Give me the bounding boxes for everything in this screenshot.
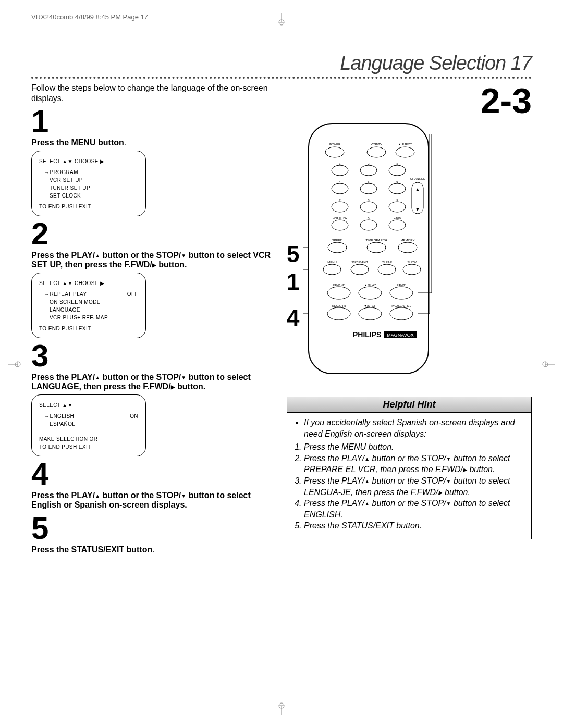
svg-point-18 xyxy=(332,183,348,194)
svg-text:MENU: MENU xyxy=(328,261,337,264)
svg-text:REWIND: REWIND xyxy=(333,283,346,287)
ref-step-range: 2-3 xyxy=(287,83,532,118)
step-number-3: 3 xyxy=(31,340,276,372)
svg-text:CLEAR: CLEAR xyxy=(382,261,393,264)
osd-screen-2: SELECT ▲▼ CHOOSE ▶ →REPEAT PLAYOFF ON SC… xyxy=(31,273,146,338)
svg-point-14 xyxy=(396,147,414,157)
right-column: 2-3 5 1 4 xyxy=(287,83,532,558)
svg-point-35 xyxy=(378,264,396,275)
osd-screen-1: SELECT ▲▼ CHOOSE ▶ →PROGRAM VCR SET UP T… xyxy=(31,151,146,216)
svg-point-13 xyxy=(367,147,386,157)
ref-num-5: 5 xyxy=(287,241,299,268)
svg-point-36 xyxy=(403,264,421,275)
svg-point-33 xyxy=(323,264,341,275)
ref-num-1: 1 xyxy=(287,268,299,296)
svg-text:STATUS/EXIT: STATUS/EXIT xyxy=(352,261,368,264)
svg-point-22 xyxy=(360,202,377,212)
step-number-2: 2 xyxy=(31,218,276,250)
svg-text:▼/STOP: ▼/STOP xyxy=(364,304,377,307)
svg-point-21 xyxy=(332,202,348,212)
divider xyxy=(31,77,532,79)
svg-text:▲ EJECT: ▲ EJECT xyxy=(398,143,412,146)
step-number-4: 4 xyxy=(31,459,276,490)
remote-illustration: ▲ ▼ xyxy=(303,118,434,381)
svg-text:REC/OTR: REC/OTR xyxy=(332,304,347,307)
svg-text:MEMORY: MEMORY xyxy=(401,239,415,242)
svg-point-38 xyxy=(359,287,382,299)
svg-text:▲/PLAY: ▲/PLAY xyxy=(364,283,376,287)
osd-screen-3: SELECT ▲▼ →ENGLISHON ESPAÑOL MAKE SELECT… xyxy=(31,394,146,456)
svg-point-15 xyxy=(332,165,348,176)
step-number-1: 1 xyxy=(31,106,276,137)
hint-body: If you accidentally select Spanish on-sc… xyxy=(287,413,531,539)
svg-text:F.FWD: F.FWD xyxy=(397,283,407,287)
svg-text:▲: ▲ xyxy=(415,187,421,192)
svg-text:CHANNEL: CHANNEL xyxy=(410,177,425,180)
svg-text:PAUSE/STILL: PAUSE/STILL xyxy=(392,304,412,307)
svg-text:+100: +100 xyxy=(394,217,401,220)
svg-text:VCR PLUS+: VCR PLUS+ xyxy=(333,217,348,220)
crop-mark-icon xyxy=(8,358,23,371)
left-column: Follow the steps below to change the lan… xyxy=(31,83,276,558)
svg-text:PHILIPS: PHILIPS xyxy=(353,330,381,339)
step-3-text: Press the PLAY/▲ button or the STOP/▼ bu… xyxy=(31,373,276,391)
crop-mark-icon xyxy=(275,13,288,28)
svg-text:TIME SEARCH: TIME SEARCH xyxy=(366,239,387,242)
svg-point-19 xyxy=(360,183,377,194)
svg-point-41 xyxy=(359,307,382,320)
svg-point-30 xyxy=(328,242,347,253)
step-4-text: Press the PLAY/▲ button or the STOP/▼ bu… xyxy=(31,491,276,510)
svg-point-26 xyxy=(389,220,406,230)
step-5-text: Press the STATUS/EXIT button. xyxy=(31,545,276,554)
svg-point-20 xyxy=(389,183,406,194)
svg-text:SPEED: SPEED xyxy=(332,239,343,242)
step-1-text: Press the MENU button. xyxy=(31,138,276,147)
intro-text: Follow the steps below to change the lan… xyxy=(31,83,276,104)
svg-text:SLOW: SLOW xyxy=(408,261,417,264)
main-columns: Follow the steps below to change the lan… xyxy=(31,83,532,558)
remote-icon: ▲ ▼ xyxy=(303,118,434,379)
svg-point-40 xyxy=(327,307,350,320)
step-number-5: 5 xyxy=(31,513,276,544)
svg-point-31 xyxy=(367,242,386,253)
crop-mark-icon xyxy=(540,358,555,371)
page-title: Language Selection 17 xyxy=(31,52,532,75)
svg-point-24 xyxy=(332,220,348,230)
svg-text:POWER: POWER xyxy=(329,143,341,146)
svg-text:VCR/TV: VCR/TV xyxy=(371,143,382,146)
svg-point-12 xyxy=(325,147,344,157)
svg-point-17 xyxy=(389,165,406,176)
step-2-text: Press the PLAY/▲ button or the STOP/▼ bu… xyxy=(31,251,276,269)
svg-point-37 xyxy=(327,287,350,299)
hint-title: Helpful Hint xyxy=(287,397,531,413)
svg-text:▼: ▼ xyxy=(415,206,421,212)
crop-mark-icon xyxy=(275,700,288,715)
svg-point-42 xyxy=(390,307,413,320)
helpful-hint-box: Helpful Hint If you accidentally select … xyxy=(287,397,532,539)
svg-point-32 xyxy=(398,242,417,253)
svg-point-39 xyxy=(390,287,413,299)
page: VRX240comb 4/8/99 8:45 PM Page 17 Langua… xyxy=(0,0,563,728)
ref-number-column: 5 1 4 xyxy=(287,118,303,381)
svg-point-16 xyxy=(360,165,377,176)
svg-point-23 xyxy=(389,202,406,212)
svg-text:MAGNAVOX: MAGNAVOX xyxy=(387,332,414,338)
svg-point-34 xyxy=(351,264,369,275)
svg-point-25 xyxy=(360,220,377,230)
ref-num-4: 4 xyxy=(287,304,299,332)
